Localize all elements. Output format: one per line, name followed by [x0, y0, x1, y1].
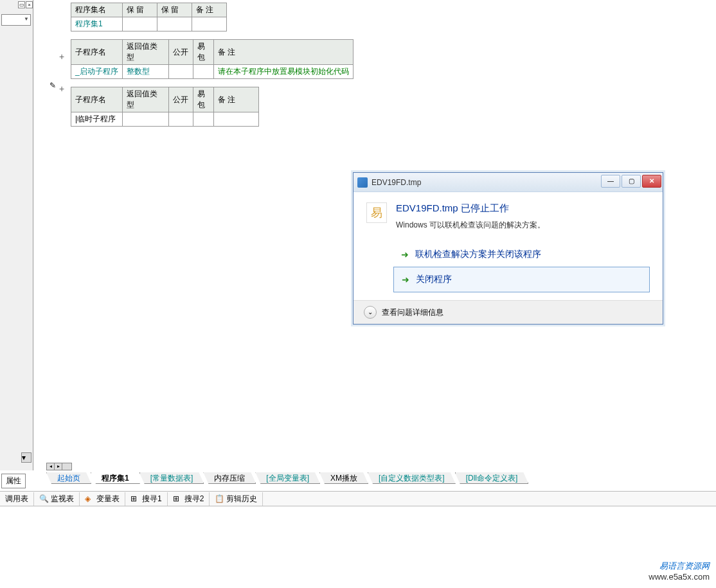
th-sub-name: 子程序名: [71, 40, 123, 65]
watermark-url: www.e5a5x.com: [649, 572, 710, 582]
details-label[interactable]: 查看问题详细信息: [382, 307, 443, 318]
tab-xm-play[interactable]: XM播放: [319, 472, 368, 484]
clipboard-icon: 📋: [215, 494, 224, 503]
code-editor-area: 程序集名 保 留 保 留 备 注 程序集1 子程序名 返回值类型 公开 易包 备…: [71, 3, 716, 134]
sidebar-close-button[interactable]: ×: [26, 1, 33, 8]
cell-assembly-name[interactable]: 程序集1: [71, 17, 123, 31]
var-table-button[interactable]: ◈ 变量表: [80, 492, 125, 506]
magnifier-icon: 🔍: [39, 494, 48, 503]
error-dialog: EDV19FD.tmp — ▢ ✕ 易 EDV19FD.tmp 已停止工作 Wi…: [353, 172, 663, 325]
th-reserve2: 保 留: [157, 3, 192, 17]
table-row[interactable]: |临时子程序: [71, 112, 259, 127]
check-online-option[interactable]: ➜ 联机检查解决方案并关闭该程序: [393, 242, 650, 267]
cell[interactable]: [193, 112, 214, 127]
app-large-icon: 易: [366, 202, 387, 223]
clip-history-button[interactable]: 📋 剪辑历史: [210, 492, 263, 506]
th-reserve1: 保 留: [123, 3, 157, 17]
maximize-button[interactable]: ▢: [622, 175, 641, 188]
edit-pen-icon: ✎: [49, 81, 56, 90]
th-epack: 易包: [193, 87, 214, 112]
sidebar-dropdown[interactable]: [1, 14, 31, 26]
close-program-option[interactable]: ➜ 关闭程序: [393, 267, 650, 292]
th-remark: 备 注: [214, 40, 354, 65]
search-icon: ⊞: [173, 494, 182, 503]
sidebar-scroll-down[interactable]: ▾: [21, 452, 31, 463]
properties-label[interactable]: 属性: [1, 474, 26, 488]
cell[interactable]: [157, 17, 192, 31]
dialog-body: 易 EDV19FD.tmp 已停止工作 Windows 可以联机检查该问题的解决…: [354, 192, 663, 300]
cell-return-type[interactable]: 整数型: [123, 65, 169, 79]
table-row[interactable]: _启动子程序 整数型 请在本子程序中放置易模块初始化代码: [71, 65, 354, 79]
toolbar-label: 监视表: [51, 494, 74, 504]
expand-icon-2[interactable]: +: [59, 84, 64, 94]
th-epack: 易包: [193, 40, 214, 65]
tab-global-vars[interactable]: [全局变量表]: [255, 472, 320, 484]
tab-assembly1[interactable]: 程序集1: [91, 472, 140, 484]
sidebar-dock-button[interactable]: ▭: [18, 1, 25, 8]
cell[interactable]: [193, 65, 214, 79]
search2-button[interactable]: ⊞ 搜寻2: [168, 492, 210, 506]
assembly-table: 程序集名 保 留 保 留 备 注 程序集1: [71, 3, 227, 31]
toolbar-label: 调用表: [5, 494, 28, 504]
arrow-right-icon: ➜: [401, 249, 409, 260]
close-button[interactable]: ✕: [642, 175, 661, 188]
dialog-footer: ⌄ 查看问题详细信息: [354, 300, 663, 324]
tab-dll-commands[interactable]: [Dll命令定义表]: [455, 472, 529, 484]
tab-start-page[interactable]: 起始页: [46, 472, 91, 484]
cell[interactable]: [169, 65, 193, 79]
toolbar-label: 搜寻2: [184, 494, 204, 504]
th-public: 公开: [169, 40, 193, 65]
sidebar-panel: ▭ × ▾: [0, 0, 33, 470]
scroll-right-icon[interactable]: ▸: [55, 463, 62, 470]
dialog-subtext: Windows 可以联机检查该问题的解决方案。: [396, 220, 545, 231]
dialog-heading: EDV19FD.tmp 已停止工作: [396, 202, 545, 215]
tab-constants[interactable]: [常量数据表]: [139, 472, 204, 484]
temp-sub-table: 子程序名 返回值类型 公开 易包 备 注 |临时子程序: [71, 87, 259, 127]
th-return-type: 返回值类型: [123, 40, 169, 65]
tab-memory-compress[interactable]: 内存压缩: [203, 472, 256, 484]
cell-sub-name[interactable]: |临时子程序: [71, 112, 123, 127]
call-table-button[interactable]: 调用表: [0, 492, 34, 506]
gutter-area: + ✎ +: [33, 0, 59, 470]
startup-sub-table: 子程序名 返回值类型 公开 易包 备 注 _启动子程序 整数型 请在本子程序中放…: [71, 39, 354, 79]
watch-table-button[interactable]: 🔍 监视表: [34, 492, 80, 506]
cell[interactable]: [123, 17, 157, 31]
th-remark: 备 注: [192, 3, 227, 17]
bottom-toolbar: 调用表 🔍 监视表 ◈ 变量表 ⊞ 搜寻1 ⊞ 搜寻2 📋 剪辑历史: [0, 491, 716, 506]
table-row[interactable]: 程序集1: [71, 17, 227, 31]
dialog-titlebar[interactable]: EDV19FD.tmp — ▢ ✕: [354, 173, 663, 192]
th-return-type: 返回值类型: [123, 87, 169, 112]
arrow-right-icon: ➜: [402, 274, 409, 285]
watermark: 易语言资源网 www.e5a5x.com: [649, 560, 710, 582]
watermark-text: 易语言资源网: [649, 560, 710, 572]
option-label: 关闭程序: [416, 274, 452, 285]
dialog-title: EDV19FD.tmp: [371, 178, 421, 187]
search-icon: ⊞: [130, 494, 139, 503]
th-remark: 备 注: [214, 87, 259, 112]
cell[interactable]: [192, 17, 227, 31]
cell-sub-name[interactable]: _启动子程序: [71, 65, 123, 79]
minimize-button[interactable]: —: [601, 175, 620, 188]
tab-custom-types[interactable]: [自定义数据类型表]: [368, 472, 456, 484]
th-sub-name: 子程序名: [71, 87, 123, 112]
app-small-icon: [357, 177, 368, 188]
cell[interactable]: [214, 112, 259, 127]
cell[interactable]: [169, 112, 193, 127]
option-label: 联机检查解决方案并关闭该程序: [415, 249, 541, 260]
horizontal-scrollbar[interactable]: ◂ ▸: [46, 463, 72, 470]
cell-remark[interactable]: 请在本子程序中放置易模块初始化代码: [214, 65, 354, 79]
search1-button[interactable]: ⊞ 搜寻1: [125, 492, 168, 506]
scroll-left-icon[interactable]: ◂: [47, 463, 55, 470]
th-assembly-name: 程序集名: [71, 3, 123, 17]
var-icon: ◈: [85, 494, 94, 503]
toolbar-label: 搜寻1: [142, 494, 162, 504]
th-public: 公开: [169, 87, 193, 112]
toolbar-label: 剪辑历史: [226, 494, 257, 504]
expand-details-button[interactable]: ⌄: [364, 306, 377, 319]
document-tabs: 起始页 程序集1 [常量数据表] 内存压缩 [全局变量表] XM播放 [自定义数…: [46, 472, 528, 484]
toolbar-label: 变量表: [96, 494, 120, 504]
cell[interactable]: [123, 112, 169, 127]
expand-icon-1[interactable]: +: [59, 51, 64, 62]
